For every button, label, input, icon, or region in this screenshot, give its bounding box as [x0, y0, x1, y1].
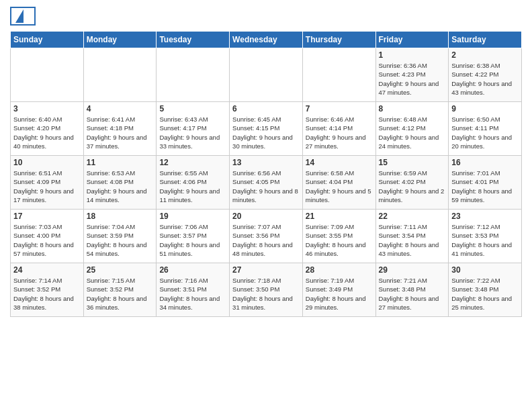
calendar-cell: 21Sunrise: 7:09 AM Sunset: 3:55 PM Dayli…: [302, 210, 375, 263]
day-number: 28: [306, 265, 373, 275]
day-info: Sunrise: 6:56 AM Sunset: 4:05 PM Dayligh…: [232, 169, 300, 204]
day-number: 20: [232, 212, 300, 221]
calendar-week-2: 3Sunrise: 6:40 AM Sunset: 4:20 PM Daylig…: [11, 102, 522, 156]
calendar-cell: 25Sunrise: 7:15 AM Sunset: 3:52 PM Dayli…: [83, 263, 157, 317]
day-info: Sunrise: 6:55 AM Sunset: 4:06 PM Dayligh…: [159, 169, 226, 204]
calendar-cell: 9Sunrise: 6:50 AM Sunset: 4:11 PM Daylig…: [449, 102, 522, 156]
calendar-cell: 14Sunrise: 6:58 AM Sunset: 4:04 PM Dayli…: [302, 156, 375, 210]
calendar-cell: 19Sunrise: 7:06 AM Sunset: 3:57 PM Dayli…: [157, 210, 230, 263]
day-number: 26: [159, 265, 226, 275]
day-number: 9: [451, 104, 519, 113]
day-number: 1: [379, 50, 446, 60]
calendar-cell: 3Sunrise: 6:40 AM Sunset: 4:20 PM Daylig…: [11, 102, 84, 156]
day-info: Sunrise: 6:41 AM Sunset: 4:18 PM Dayligh…: [87, 115, 154, 150]
calendar-week-3: 10Sunrise: 6:51 AM Sunset: 4:09 PM Dayli…: [11, 156, 522, 210]
day-number: 10: [13, 158, 81, 167]
day-number: 2: [451, 50, 519, 60]
calendar-cell: 15Sunrise: 6:59 AM Sunset: 4:02 PM Dayli…: [375, 156, 449, 210]
day-info: Sunrise: 7:22 AM Sunset: 3:48 PM Dayligh…: [451, 276, 519, 312]
calendar-table: SundayMondayTuesdayWednesdayThursdayFrid…: [10, 31, 522, 317]
calendar-cell: 22Sunrise: 7:11 AM Sunset: 3:54 PM Dayli…: [375, 210, 449, 263]
day-info: Sunrise: 6:50 AM Sunset: 4:11 PM Dayligh…: [451, 115, 519, 150]
day-info: Sunrise: 6:40 AM Sunset: 4:20 PM Dayligh…: [13, 115, 81, 150]
calendar-cell: 12Sunrise: 6:55 AM Sunset: 4:06 PM Dayli…: [157, 156, 230, 210]
day-info: Sunrise: 6:48 AM Sunset: 4:12 PM Dayligh…: [379, 115, 446, 150]
day-number: 22: [379, 212, 446, 221]
calendar-cell: 4Sunrise: 6:41 AM Sunset: 4:18 PM Daylig…: [83, 102, 157, 156]
day-info: Sunrise: 6:51 AM Sunset: 4:09 PM Dayligh…: [13, 169, 81, 204]
weekday-header-saturday: Saturday: [449, 32, 522, 48]
day-number: 30: [451, 265, 519, 275]
day-info: Sunrise: 7:15 AM Sunset: 3:52 PM Dayligh…: [87, 276, 154, 312]
calendar-cell: 28Sunrise: 7:19 AM Sunset: 3:49 PM Dayli…: [302, 263, 375, 317]
calendar-cell: 17Sunrise: 7:03 AM Sunset: 4:00 PM Dayli…: [11, 210, 84, 263]
weekday-header-wednesday: Wednesday: [230, 32, 303, 48]
calendar-cell: [83, 48, 157, 102]
calendar-cell: 18Sunrise: 7:04 AM Sunset: 3:59 PM Dayli…: [83, 210, 157, 263]
day-info: Sunrise: 6:45 AM Sunset: 4:15 PM Dayligh…: [232, 115, 300, 150]
calendar-week-5: 24Sunrise: 7:14 AM Sunset: 3:52 PM Dayli…: [11, 263, 522, 317]
day-number: 23: [451, 212, 519, 221]
day-info: Sunrise: 7:03 AM Sunset: 4:00 PM Dayligh…: [13, 222, 81, 258]
day-info: Sunrise: 6:36 AM Sunset: 4:23 PM Dayligh…: [379, 61, 446, 97]
calendar-cell: 23Sunrise: 7:12 AM Sunset: 3:53 PM Dayli…: [449, 210, 522, 263]
day-number: 14: [306, 158, 373, 167]
day-info: Sunrise: 6:43 AM Sunset: 4:17 PM Dayligh…: [159, 115, 226, 150]
calendar-cell: 11Sunrise: 6:53 AM Sunset: 4:08 PM Dayli…: [83, 156, 157, 210]
calendar-cell: 5Sunrise: 6:43 AM Sunset: 4:17 PM Daylig…: [157, 102, 230, 156]
calendar-cell: 29Sunrise: 7:21 AM Sunset: 3:48 PM Dayli…: [375, 263, 449, 317]
day-number: 27: [232, 265, 300, 275]
day-info: Sunrise: 7:09 AM Sunset: 3:55 PM Dayligh…: [306, 222, 373, 258]
day-number: 19: [159, 212, 226, 221]
calendar-cell: 1Sunrise: 6:36 AM Sunset: 4:23 PM Daylig…: [375, 48, 449, 102]
weekday-header-row: SundayMondayTuesdayWednesdayThursdayFrid…: [11, 32, 522, 48]
calendar-week-1: 1Sunrise: 6:36 AM Sunset: 4:23 PM Daylig…: [11, 48, 522, 102]
day-number: 16: [451, 158, 519, 167]
day-info: Sunrise: 6:53 AM Sunset: 4:08 PM Dayligh…: [87, 169, 154, 204]
calendar-cell: 2Sunrise: 6:38 AM Sunset: 4:22 PM Daylig…: [449, 48, 522, 102]
day-number: 29: [379, 265, 446, 275]
day-info: Sunrise: 7:04 AM Sunset: 3:59 PM Dayligh…: [87, 222, 154, 258]
day-number: 11: [87, 158, 154, 167]
weekday-header-sunday: Sunday: [11, 32, 84, 48]
header: General Blue: [10, 7, 522, 26]
day-number: 5: [159, 104, 226, 113]
calendar-container: General Blue SundayMondayTuesdayWednesda…: [0, 0, 532, 411]
day-info: Sunrise: 7:14 AM Sunset: 3:52 PM Dayligh…: [13, 276, 81, 312]
calendar-cell: 8Sunrise: 6:48 AM Sunset: 4:12 PM Daylig…: [375, 102, 449, 156]
day-info: Sunrise: 6:38 AM Sunset: 4:22 PM Dayligh…: [451, 61, 519, 97]
calendar-cell: 13Sunrise: 6:56 AM Sunset: 4:05 PM Dayli…: [230, 156, 303, 210]
calendar-cell: 7Sunrise: 6:46 AM Sunset: 4:14 PM Daylig…: [302, 102, 375, 156]
day-number: 18: [87, 212, 154, 221]
day-info: Sunrise: 7:06 AM Sunset: 3:57 PM Dayligh…: [159, 222, 226, 258]
calendar-cell: [302, 48, 375, 102]
day-number: 17: [13, 212, 81, 221]
day-info: Sunrise: 7:19 AM Sunset: 3:49 PM Dayligh…: [306, 276, 373, 312]
day-number: 13: [232, 158, 300, 167]
day-info: Sunrise: 7:21 AM Sunset: 3:48 PM Dayligh…: [379, 276, 446, 312]
calendar-cell: [11, 48, 84, 102]
calendar-cell: 20Sunrise: 7:07 AM Sunset: 3:56 PM Dayli…: [230, 210, 303, 263]
day-number: 21: [306, 212, 373, 221]
day-number: 25: [87, 265, 154, 275]
calendar-cell: 10Sunrise: 6:51 AM Sunset: 4:09 PM Dayli…: [11, 156, 84, 210]
weekday-header-tuesday: Tuesday: [157, 32, 230, 48]
calendar-cell: 27Sunrise: 7:18 AM Sunset: 3:50 PM Dayli…: [230, 263, 303, 317]
calendar-cell: 24Sunrise: 7:14 AM Sunset: 3:52 PM Dayli…: [11, 263, 84, 317]
day-number: 8: [379, 104, 446, 113]
day-number: 15: [379, 158, 446, 167]
calendar-cell: 26Sunrise: 7:16 AM Sunset: 3:51 PM Dayli…: [157, 263, 230, 317]
day-number: 6: [232, 104, 300, 113]
day-info: Sunrise: 7:18 AM Sunset: 3:50 PM Dayligh…: [232, 276, 300, 312]
calendar-cell: 30Sunrise: 7:22 AM Sunset: 3:48 PM Dayli…: [449, 263, 522, 317]
day-info: Sunrise: 7:12 AM Sunset: 3:53 PM Dayligh…: [451, 222, 519, 258]
day-info: Sunrise: 6:46 AM Sunset: 4:14 PM Dayligh…: [306, 115, 373, 150]
calendar-cell: [230, 48, 303, 102]
day-number: 3: [13, 104, 81, 113]
weekday-header-monday: Monday: [83, 32, 157, 48]
day-number: 4: [87, 104, 154, 113]
weekday-header-thursday: Thursday: [302, 32, 375, 48]
day-number: 7: [306, 104, 373, 113]
logo: General Blue: [10, 7, 36, 26]
day-info: Sunrise: 7:01 AM Sunset: 4:01 PM Dayligh…: [451, 169, 519, 204]
